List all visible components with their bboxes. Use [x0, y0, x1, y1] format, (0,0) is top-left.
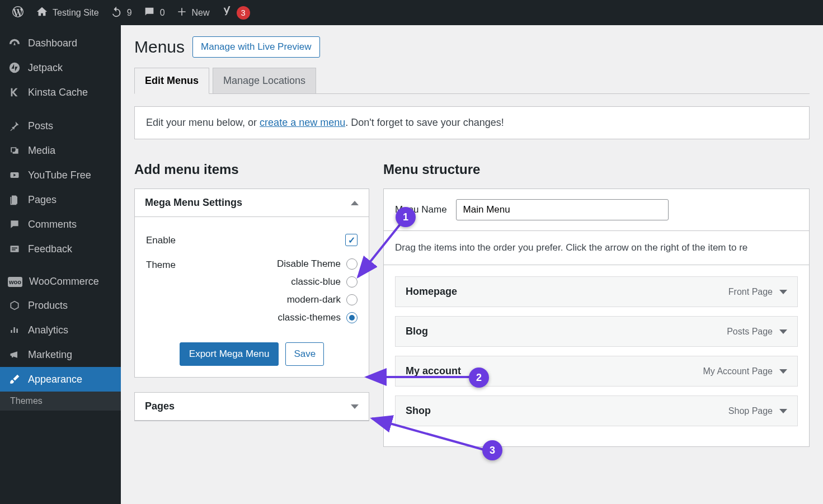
menu-item[interactable]: My accountMy Account Page	[395, 356, 798, 387]
yoast-link[interactable]: 3	[215, 0, 256, 25]
kinsta-icon	[8, 86, 21, 99]
yoast-badge: 3	[237, 6, 250, 20]
refresh-icon	[110, 6, 123, 20]
menu-item[interactable]: HomepageFront Page	[395, 276, 798, 307]
sidebar-item-label: Feedback	[28, 243, 72, 255]
theme-radio[interactable]	[346, 294, 358, 305]
megaphone-icon	[8, 348, 21, 361]
enable-label: Enable	[146, 234, 213, 246]
sidebar-item-label: Comments	[28, 219, 77, 230]
sidebar-item-woocommerce[interactable]: wooWooCommerce	[0, 270, 121, 293]
sidebar-item-label: Analytics	[28, 324, 68, 336]
brush-icon	[8, 373, 21, 386]
bars-icon	[8, 323, 21, 337]
save-button[interactable]: Save	[285, 342, 324, 366]
menu-item-type: Shop Page	[728, 406, 787, 416]
chevron-down-icon[interactable]	[779, 369, 787, 374]
sidebar-item-pages[interactable]: Pages	[0, 187, 121, 212]
sidebar-item-feedback[interactable]: Feedback	[0, 237, 121, 261]
site-name: Testing Site	[53, 8, 99, 18]
woo-icon: woo	[8, 277, 22, 287]
menu-name-input[interactable]	[456, 199, 669, 220]
theme-radio-row[interactable]: classic-themes	[213, 312, 358, 323]
yoast-icon	[221, 6, 233, 20]
sidebar-item-comments[interactable]: Comments	[0, 212, 121, 237]
sidebar-item-kinsta[interactable]: Kinsta Cache	[0, 80, 121, 105]
mega-menu-title: Mega Menu Settings	[145, 197, 242, 209]
svg-point-1	[15, 150, 16, 152]
sidebar-item-marketing[interactable]: Marketing	[0, 342, 121, 367]
theme-label: Theme	[146, 258, 213, 271]
sidebar-item-analytics[interactable]: Analytics	[0, 318, 121, 342]
svg-point-0	[10, 63, 20, 73]
chevron-down-icon[interactable]	[779, 290, 787, 294]
drag-help-text: Drag the items into the order you prefer…	[383, 231, 810, 265]
add-items-heading: Add menu items	[134, 162, 369, 177]
tab-manage-locations[interactable]: Manage Locations	[213, 68, 316, 93]
sidebar-subitem-themes[interactable]: Themes	[0, 392, 121, 411]
theme-radio-row[interactable]: Disable Theme	[213, 258, 358, 270]
box-icon	[8, 299, 21, 312]
enable-checkbox[interactable]	[345, 234, 358, 246]
admin-sidebar: Dashboard Jetpack Kinsta Cache Posts Med…	[0, 25, 121, 504]
comments-link[interactable]: 0	[138, 0, 171, 25]
admin-toolbar: Testing Site 9 0 New 3	[0, 0, 823, 25]
updates-link[interactable]: 9	[105, 0, 138, 25]
menu-item-title: Blog	[406, 326, 428, 337]
theme-radio-label: modern-dark	[287, 294, 341, 305]
sidebar-item-label: YouTube Free	[28, 169, 91, 181]
live-preview-button[interactable]: Manage with Live Preview	[192, 36, 319, 58]
sidebar-item-media[interactable]: Media	[0, 138, 121, 163]
pages-icon	[8, 193, 21, 206]
menu-item-title: Homepage	[406, 286, 457, 298]
theme-radio-label: classic-blue	[291, 276, 341, 288]
tab-edit-menus[interactable]: Edit Menus	[134, 68, 209, 94]
sidebar-item-products[interactable]: Products	[0, 293, 121, 318]
theme-radio-label: Disable Theme	[277, 258, 341, 270]
sidebar-item-label: Media	[28, 145, 55, 157]
chevron-down-icon[interactable]	[779, 409, 787, 413]
mega-menu-settings-box: Mega Menu Settings Enable Theme Disable …	[134, 189, 369, 378]
sidebar-item-label: Posts	[28, 120, 53, 132]
menu-item-title: My account	[406, 365, 461, 377]
play-icon	[8, 168, 21, 182]
notice-pre: Edit your menu below, or	[146, 117, 260, 128]
chevron-down-icon[interactable]	[779, 329, 787, 334]
media-icon	[8, 144, 21, 157]
mega-menu-header[interactable]: Mega Menu Settings	[135, 189, 369, 217]
comments-count: 0	[160, 8, 165, 18]
theme-radio-row[interactable]: modern-dark	[213, 294, 358, 305]
menu-item-type: My Account Page	[703, 366, 787, 376]
sidebar-item-posts[interactable]: Posts	[0, 114, 121, 138]
pages-header[interactable]: Pages	[135, 393, 369, 421]
site-link[interactable]: Testing Site	[30, 0, 105, 25]
menu-item-type: Front Page	[728, 287, 787, 297]
wp-logo-menu[interactable]	[6, 0, 30, 25]
menu-name-label: Menu Name	[395, 204, 447, 215]
create-menu-link[interactable]: create a new menu	[260, 117, 345, 128]
new-content-link[interactable]: New	[171, 0, 215, 25]
theme-radio[interactable]	[346, 276, 358, 288]
updates-count: 9	[127, 8, 132, 18]
sidebar-item-appearance[interactable]: Appearance	[0, 367, 121, 392]
comment-icon	[143, 6, 156, 20]
jetpack-icon	[8, 61, 21, 74]
sidebar-item-jetpack[interactable]: Jetpack	[0, 55, 121, 80]
gauge-icon	[8, 36, 21, 50]
sidebar-item-youtube[interactable]: YouTube Free	[0, 163, 121, 187]
menu-item[interactable]: BlogPosts Page	[395, 316, 798, 347]
notice-post: . Don't forget to save your changes!	[345, 117, 504, 128]
pages-title: Pages	[145, 401, 175, 412]
sidebar-item-label: Appearance	[28, 374, 82, 385]
plus-icon	[176, 6, 187, 20]
sidebar-item-dashboard[interactable]: Dashboard	[0, 31, 121, 55]
sidebar-item-label: Dashboard	[28, 37, 77, 49]
menu-item[interactable]: ShopShop Page	[395, 395, 798, 426]
theme-radio[interactable]	[346, 258, 358, 270]
theme-radio[interactable]	[346, 312, 358, 323]
svg-rect-3	[11, 246, 19, 252]
expand-icon	[351, 404, 359, 409]
export-button[interactable]: Export Mega Menu	[180, 342, 279, 366]
theme-radio-row[interactable]: classic-blue	[213, 276, 358, 288]
sidebar-item-label: Kinsta Cache	[28, 87, 88, 98]
